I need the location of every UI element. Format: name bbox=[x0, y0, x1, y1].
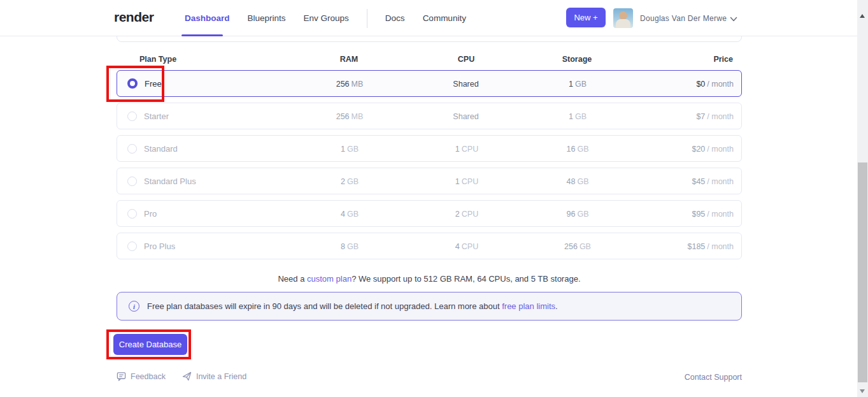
active-tab-underline bbox=[181, 34, 223, 36]
footer: Feedback Invite a Friend Contact Support bbox=[117, 372, 742, 383]
plan-name: Free bbox=[145, 79, 162, 89]
plan-price: $45/ month bbox=[644, 175, 743, 187]
nav-tab-community[interactable]: Community bbox=[423, 13, 466, 23]
plan-ram: 256MB bbox=[276, 110, 423, 122]
vertical-scrollbar[interactable] bbox=[857, 0, 868, 397]
column-header-plan-type: Plan Type bbox=[117, 55, 276, 64]
column-header-storage: Storage bbox=[510, 55, 644, 64]
plan-table-body: Free 256MB Shared 1GB $0/ month Starter … bbox=[117, 70, 742, 265]
plan-name: Starter bbox=[144, 112, 169, 121]
plan-cpu: 2CPU bbox=[423, 208, 511, 219]
plan-name: Pro Plus bbox=[144, 242, 175, 251]
page: render Dashboard Blueprints Env Groups D… bbox=[0, 0, 868, 397]
nav-tab-dashboard[interactable]: Dashboard bbox=[185, 13, 230, 23]
plan-storage: 48GB bbox=[511, 175, 644, 187]
plan-price: $95/ month bbox=[644, 208, 743, 219]
paper-plane-icon bbox=[182, 372, 192, 381]
banner-text-main: Free plan databases will expire in 90 da… bbox=[147, 301, 502, 311]
plan-row[interactable]: Pro 4GB 2CPU 96GB $95/ month bbox=[117, 200, 742, 227]
plan-name: Standard Plus bbox=[144, 177, 196, 186]
custom-plan-prefix: Need a bbox=[278, 274, 307, 284]
nav-tab-docs[interactable]: Docs bbox=[385, 13, 405, 23]
plan-price: $7/ month bbox=[644, 110, 743, 122]
plan-name: Pro bbox=[144, 209, 157, 219]
nav-tab-blueprints[interactable]: Blueprints bbox=[248, 13, 286, 23]
plan-storage: 96GB bbox=[511, 208, 644, 219]
nav-tab-env-groups[interactable]: Env Groups bbox=[304, 13, 349, 23]
footer-left: Feedback Invite a Friend bbox=[117, 372, 246, 381]
feedback-bubble-icon bbox=[117, 372, 126, 381]
feedback-label: Feedback bbox=[131, 372, 166, 381]
invite-friend-link[interactable]: Invite a Friend bbox=[182, 372, 246, 381]
plan-ram: 2GB bbox=[276, 175, 423, 187]
plan-cpu: Shared bbox=[423, 78, 511, 89]
plan-ram: 256MB bbox=[276, 78, 423, 89]
plan-cpu: 1CPU bbox=[423, 175, 511, 187]
custom-plan-note: Need a custom plan? We support up to 512… bbox=[117, 274, 742, 284]
plan-price: $0/ month bbox=[644, 78, 743, 89]
plan-row[interactable]: Starter 256MB Shared 1GB $7/ month bbox=[117, 103, 742, 129]
plan-cpu: 4CPU bbox=[423, 240, 511, 252]
plan-storage: 16GB bbox=[511, 143, 644, 154]
plan-ram: 4GB bbox=[276, 208, 423, 219]
plan-row[interactable]: Standard 1GB 1CPU 16GB $20/ month bbox=[117, 135, 742, 162]
column-header-cpu: CPU bbox=[422, 55, 510, 64]
plan-radio[interactable] bbox=[127, 144, 137, 154]
plan-table-header: Plan Type RAM CPU Storage Price bbox=[117, 53, 742, 66]
plan-radio[interactable] bbox=[127, 209, 137, 219]
plan-radio[interactable] bbox=[127, 78, 138, 89]
top-navbar: render Dashboard Blueprints Env Groups D… bbox=[0, 0, 857, 36]
banner-text-suffix: . bbox=[555, 301, 558, 311]
plan-storage: 1GB bbox=[511, 78, 644, 89]
custom-plan-suffix: ? We support up to 512 GB RAM, 64 CPUs, … bbox=[352, 274, 580, 284]
plan-radio[interactable] bbox=[127, 177, 137, 186]
plan-ram: 1GB bbox=[276, 143, 423, 154]
new-button[interactable]: New + bbox=[566, 8, 606, 27]
nav-divider bbox=[367, 9, 367, 28]
plan-price: $20/ month bbox=[644, 143, 743, 154]
feedback-link[interactable]: Feedback bbox=[117, 372, 166, 381]
contact-support-link[interactable]: Contact Support bbox=[685, 373, 742, 382]
main-nav: Dashboard Blueprints Env Groups Docs Com… bbox=[185, 0, 466, 36]
plan-row[interactable]: Standard Plus 2GB 1CPU 48GB $45/ month bbox=[117, 168, 742, 194]
column-header-ram: RAM bbox=[276, 55, 422, 64]
plan-storage: 1GB bbox=[511, 110, 644, 122]
free-plan-limits-link[interactable]: free plan limits bbox=[502, 301, 555, 311]
plan-storage: 256GB bbox=[511, 240, 644, 252]
plan-radio[interactable] bbox=[127, 112, 137, 121]
render-logo[interactable]: render bbox=[114, 10, 153, 25]
custom-plan-link[interactable]: custom plan bbox=[307, 274, 352, 284]
plan-radio[interactable] bbox=[127, 242, 137, 251]
plan-cpu: 1CPU bbox=[423, 143, 511, 154]
banner-text: Free plan databases will expire in 90 da… bbox=[147, 301, 558, 311]
plan-cpu: Shared bbox=[423, 110, 511, 122]
plan-ram: 8GB bbox=[276, 240, 423, 252]
user-avatar[interactable] bbox=[613, 8, 633, 28]
column-header-price: Price bbox=[644, 55, 742, 64]
scrollbar-down-arrow[interactable] bbox=[860, 389, 865, 393]
create-database-button[interactable]: Create Database bbox=[113, 334, 187, 355]
plan-price: $185/ month bbox=[644, 240, 743, 252]
avatar-shoulders bbox=[616, 19, 630, 28]
chevron-down-icon[interactable] bbox=[729, 15, 738, 24]
user-name[interactable]: Douglas Van Der Merwe bbox=[640, 14, 727, 23]
plan-row[interactable]: Free 256MB Shared 1GB $0/ month bbox=[117, 70, 742, 97]
plan-row[interactable]: Pro Plus 8GB 4CPU 256GB $185/ month bbox=[117, 233, 742, 259]
info-icon: i bbox=[129, 301, 139, 312]
scrollbar-up-arrow[interactable] bbox=[860, 14, 865, 18]
scrollbar-thumb[interactable] bbox=[858, 162, 867, 382]
plan-name: Standard bbox=[144, 144, 178, 154]
free-plan-info-banner: i Free plan databases will expire in 90 … bbox=[117, 292, 742, 321]
invite-friend-label: Invite a Friend bbox=[196, 372, 246, 381]
main-content: Plan Type RAM CPU Storage Price Free 256… bbox=[117, 0, 742, 397]
